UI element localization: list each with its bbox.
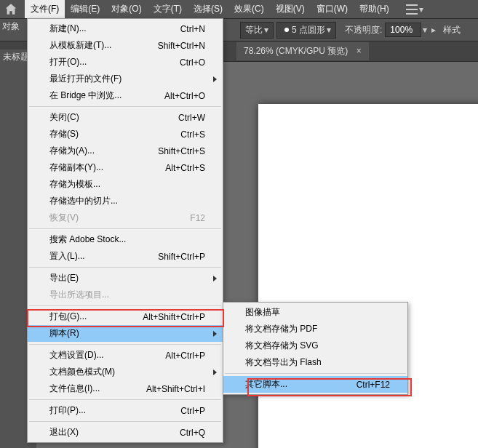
menu-item[interactable]: 视图(V) — [270, 0, 311, 18]
chevron-right-icon — [213, 369, 217, 375]
menu-item-label: 搜索 Adobe Stock... — [49, 233, 126, 246]
menu-item[interactable]: 文件(F) — [25, 0, 65, 18]
chevron-right-icon — [213, 76, 217, 82]
menu-item[interactable]: 在 Bridge 中浏览...Alt+Ctrl+O — [28, 87, 223, 104]
home-icon[interactable] — [4, 3, 17, 16]
view-switcher-icon[interactable] — [406, 4, 418, 15]
menu-item-label: 新建(N)... — [49, 23, 87, 35]
menu-item-label: 将文档存储为 SVG — [245, 340, 319, 352]
menu-item-label: 在 Bridge 中浏览... — [49, 89, 122, 102]
menu-item-label: 存储选中的切片... — [49, 195, 118, 207]
menu-item[interactable]: 对象(O) — [105, 0, 147, 18]
menu-item[interactable]: 存储(S)Ctrl+S — [28, 126, 223, 143]
menu-item-label: 打包(G)... — [49, 311, 87, 323]
menu-item-label: 关闭(C) — [49, 111, 79, 124]
menu-item[interactable]: 其它脚本...Ctrl+F12 — [223, 376, 407, 393]
menubar: 文件(F)编辑(E)对象(O)文字(T)选择(S)效果(C)视图(V)窗口(W)… — [0, 0, 478, 18]
menu-shortcut: Ctrl+P — [180, 406, 205, 416]
menu-item[interactable]: 搜索 Adobe Stock... — [28, 231, 223, 248]
close-icon[interactable]: × — [356, 46, 362, 56]
scripts-submenu: 图像描草将文档存储为 PDF将文档存储为 SVG将文档导出为 Flash其它脚本… — [223, 302, 408, 395]
menu-separator — [29, 267, 221, 268]
menu-item-label: 打开(O)... — [49, 56, 87, 68]
opacity-input[interactable] — [385, 23, 421, 37]
menu-item-label: 文档设置(D)... — [49, 349, 104, 361]
chevron-right-icon — [213, 276, 217, 281]
menu-item-label: 存储副本(Y)... — [49, 161, 103, 174]
menu-separator — [29, 421, 221, 422]
opacity-label: 不透明度: — [345, 24, 382, 36]
menu-item[interactable]: 效果(C) — [228, 0, 270, 18]
menu-item[interactable]: 打包(G)...Alt+Shift+Ctrl+P — [28, 308, 223, 325]
menu-item: 恢复(V)F12 — [28, 209, 223, 226]
menu-item-label: 置入(L)... — [49, 250, 85, 263]
menu-item[interactable]: 存储选中的切片... — [28, 193, 223, 209]
menu-separator — [29, 106, 221, 107]
menu-item-label: 存储为模板... — [49, 178, 100, 191]
menu-item[interactable]: 存储为(A)...Shift+Ctrl+S — [28, 143, 223, 159]
menu-item-label: 其它脚本... — [245, 378, 287, 391]
menu-item[interactable]: 将文档存储为 PDF — [223, 321, 407, 337]
file-menu-dropdown: 新建(N)...Ctrl+N从模板新建(T)...Shift+Ctrl+N打开(… — [27, 18, 223, 443]
artboard[interactable] — [258, 104, 478, 448]
chevron-right-icon — [213, 331, 217, 337]
menu-item[interactable]: 最近打开的文件(F) — [28, 71, 223, 87]
menu-shortcut: Alt+Ctrl+S — [165, 163, 205, 173]
menu-item-label: 最近打开的文件(F) — [49, 73, 122, 85]
menu-item[interactable]: 编辑(E) — [65, 0, 105, 18]
menu-item[interactable]: 打开(O)...Ctrl+O — [28, 54, 223, 71]
menu-item-label: 从模板新建(T)... — [49, 39, 111, 52]
menu-item[interactable]: 脚本(R) — [28, 325, 223, 342]
menu-item-label: 将文档导出为 Flash — [245, 356, 322, 369]
stroke-select[interactable]: 5 点圆形 ▾ — [276, 22, 336, 39]
menu-item-label: 导出所选项目... — [49, 289, 109, 301]
menu-shortcut: Ctrl+O — [180, 57, 205, 68]
menu-item[interactable]: 置入(L)...Shift+Ctrl+P — [28, 248, 223, 265]
menu-item-label: 文档颜色模式(M) — [49, 366, 115, 378]
menu-item[interactable]: 存储副本(Y)...Alt+Ctrl+S — [28, 159, 223, 176]
tab-title: 78.26% (CMYK/GPU 预览) — [244, 46, 348, 56]
chevron-down-icon[interactable]: ▾ — [423, 25, 427, 35]
menu-separator — [29, 228, 221, 229]
menu-item[interactable]: 将文档导出为 Flash — [223, 354, 407, 371]
menu-item-label: 脚本(R) — [49, 327, 79, 340]
menu-item[interactable]: 选择(S) — [188, 0, 228, 18]
menu-item[interactable]: 文件信息(I)...Alt+Shift+Ctrl+I — [28, 380, 223, 397]
menu-item[interactable]: 文档颜色模式(M) — [28, 364, 223, 380]
menu-item[interactable]: 退出(X)Ctrl+Q — [28, 424, 223, 441]
menu-item[interactable]: 打印(P)...Ctrl+P — [28, 402, 223, 419]
menu-item-label: 图像描草 — [245, 306, 280, 319]
menu-item[interactable]: 图像描草 — [223, 304, 407, 321]
menu-shortcut: Ctrl+S — [180, 129, 205, 140]
menu-item[interactable]: 导出(E) — [28, 270, 223, 287]
menu-shortcut: Ctrl+W — [178, 113, 205, 123]
scale-mode-select[interactable]: 等比 ▾ — [240, 22, 274, 39]
menu-item-label: 存储为(A)... — [49, 145, 95, 157]
menu-shortcut: Ctrl+F12 — [356, 380, 390, 390]
menu-item[interactable]: 新建(N)...Ctrl+N — [28, 20, 223, 37]
menu-item-label: 文件信息(I)... — [49, 383, 100, 395]
side-panel-label: 对象 — [2, 20, 20, 33]
menu-shortcut: Alt+Shift+Ctrl+P — [143, 312, 205, 322]
menu-item[interactable]: 关闭(C)Ctrl+W — [28, 109, 223, 126]
document-tab[interactable]: 78.26% (CMYK/GPU 预览) × — [236, 42, 369, 60]
menu-item[interactable]: 文档设置(D)...Alt+Ctrl+P — [28, 347, 223, 364]
menu-item[interactable]: 窗口(W) — [311, 0, 354, 18]
menu-item[interactable]: 帮助(H) — [354, 0, 395, 18]
menu-shortcut: Shift+Ctrl+P — [158, 252, 205, 262]
menu-shortcut: F12 — [190, 213, 205, 223]
menu-shortcut: Ctrl+Q — [180, 428, 205, 438]
menu-item[interactable]: 存储为模板... — [28, 176, 223, 193]
menu-separator — [225, 373, 406, 374]
menu-separator — [29, 399, 221, 400]
menu-item[interactable]: 文字(T) — [148, 0, 188, 18]
menu-item[interactable]: 从模板新建(T)...Shift+Ctrl+N — [28, 37, 223, 54]
menu-item: 导出所选项目... — [28, 287, 223, 303]
menu-item[interactable]: 将文档存储为 SVG — [223, 337, 407, 354]
menu-shortcut: Alt+Ctrl+O — [164, 91, 205, 101]
chevron-down-icon: ▾ — [419, 4, 423, 15]
chevron-right-icon[interactable]: ▸ — [431, 25, 436, 35]
menu-item-label: 退出(X) — [49, 426, 79, 439]
menu-item-label: 打印(P)... — [49, 404, 86, 417]
menu-item-label: 恢复(V) — [49, 212, 79, 224]
